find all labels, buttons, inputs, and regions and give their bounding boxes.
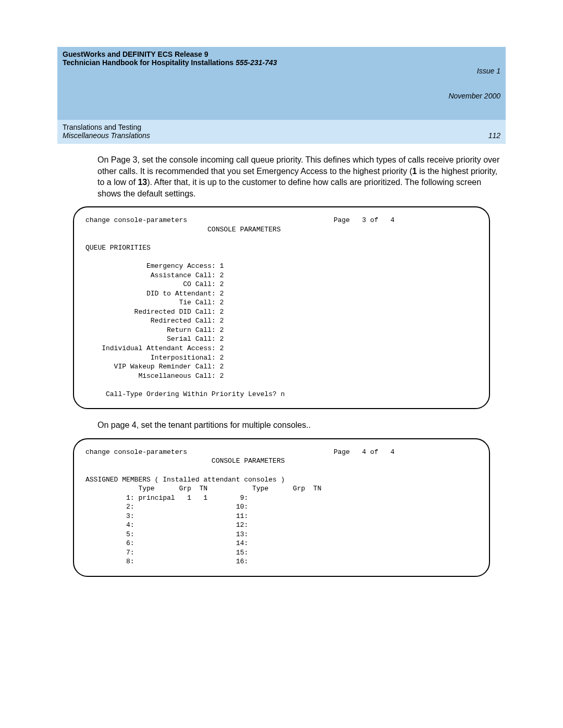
header-section-title: Translations and Testing [63, 123, 150, 131]
p1-bold1: 1 [412, 167, 417, 176]
p1-bold2: 13 [138, 178, 147, 187]
terminal-screen-2: change console-parameters Page 4 of 4 CO… [73, 438, 490, 577]
header-date: November 2000 [448, 92, 500, 100]
header-top-band: GuestWorks and DEFINITY ECS Release 9 Te… [57, 47, 506, 120]
header-section-block: Translations and Testing Miscellaneous T… [63, 123, 150, 140]
header-page-number: 112 [488, 131, 500, 140]
header-title-block: GuestWorks and DEFINITY ECS Release 9 Te… [63, 50, 277, 117]
page-header: GuestWorks and DEFINITY ECS Release 9 Te… [57, 47, 506, 144]
header-title-line2: Technician Handbook for Hospitality Inst… [63, 58, 277, 67]
paragraph-1: On Page 3, set the console incoming call… [97, 154, 506, 199]
header-issue: Issue 1 [448, 67, 500, 75]
header-doc-number: 555-231-743 [236, 58, 277, 67]
terminal-screen-1: change console-parameters Page 3 of 4 CO… [73, 206, 490, 409]
header-subsection-title: Miscellaneous Translations [63, 131, 150, 140]
p1-post: ). After that, it is up to the customer … [97, 178, 481, 198]
header-issue-date: Issue 1 November 2000 [448, 50, 500, 117]
header-title-line2-prefix: Technician Handbook for Hospitality Inst… [63, 58, 236, 67]
page: GuestWorks and DEFINITY ECS Release 9 Te… [0, 0, 563, 728]
paragraph-2: On page 4, set the tenant partitions for… [97, 419, 506, 431]
header-title-line1: GuestWorks and DEFINITY ECS Release 9 [63, 50, 277, 58]
header-bottom-band: Translations and Testing Miscellaneous T… [57, 120, 506, 144]
